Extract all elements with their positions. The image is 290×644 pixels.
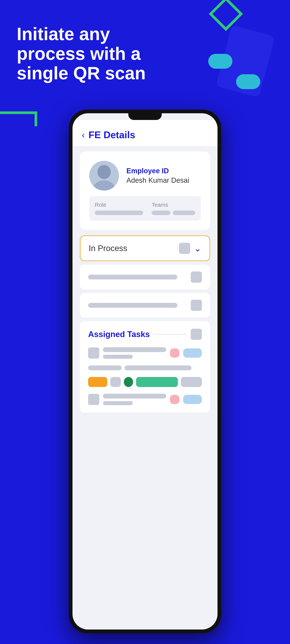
bubble-decoration-1	[208, 54, 232, 69]
page-title: FE Details	[89, 129, 135, 140]
bubble-decoration-2	[236, 74, 260, 89]
phone-notch	[128, 113, 162, 120]
task-badge-blue-1	[183, 348, 202, 358]
task-checkbox-2[interactable]	[88, 394, 99, 405]
task-sm-bar-1	[88, 366, 122, 370]
phone-screen: ‹ FE Details Employee ID Adesh Ku	[73, 113, 217, 630]
teams-section: Teams	[152, 202, 195, 215]
task-badge-blue-2	[183, 395, 202, 404]
task-checkbox-1[interactable]	[88, 348, 99, 358]
task-content-2	[103, 394, 166, 405]
list-bar-1	[88, 275, 177, 280]
task-sub-bar-1	[103, 355, 133, 359]
status-badge-teal	[136, 377, 178, 387]
status-dot-green	[124, 377, 133, 387]
tasks-title: Assigned Tasks	[88, 330, 150, 339]
phone-mockup: ‹ FE Details Employee ID Adesh Ku	[69, 110, 221, 633]
employee-name: Adesh Kumar Desai	[126, 176, 189, 184]
tasks-divider	[154, 334, 187, 334]
employee-card: Employee ID Adesh Kumar Desai Role Teams	[80, 152, 210, 230]
task-main-bar-2	[103, 394, 166, 398]
team-bar-1	[152, 210, 170, 215]
task-badge-pink-2	[170, 395, 179, 404]
svg-point-1	[97, 165, 111, 179]
tasks-header: Assigned Tasks	[88, 329, 202, 340]
avatar	[89, 161, 119, 190]
employee-id-label: Employee ID	[126, 167, 189, 175]
status-badge-gray	[110, 377, 121, 387]
list-item-1[interactable]	[80, 265, 210, 289]
app-header: ‹ FE Details	[73, 120, 217, 146]
task-badge-pink-1	[170, 348, 179, 358]
employee-details: Employee ID Adesh Kumar Desai	[126, 167, 189, 184]
task-lg-bar-1	[125, 366, 191, 370]
task-content-1	[103, 347, 166, 359]
list-item-2[interactable]	[80, 293, 210, 318]
list-icon-1	[191, 272, 202, 283]
status-indicator	[179, 243, 190, 254]
employee-meta: Role Teams	[89, 196, 201, 220]
in-process-dropdown[interactable]: In Process ⌄	[80, 236, 210, 261]
assigned-tasks-section: Assigned Tasks	[80, 321, 210, 412]
teams-bars	[152, 210, 195, 215]
corner-decoration	[0, 112, 37, 126]
task-row-1	[88, 347, 202, 359]
task-sub-bar-2	[103, 401, 133, 405]
task-color-row	[88, 377, 202, 387]
list-bar-2	[88, 303, 177, 308]
dropdown-right: ⌄	[179, 243, 201, 254]
task-row-3	[88, 394, 202, 405]
task-row-2	[88, 366, 202, 370]
in-process-label: In Process	[89, 244, 127, 253]
teams-label: Teams	[152, 202, 195, 208]
team-bar-2	[173, 210, 195, 215]
role-bar	[95, 210, 143, 215]
chevron-down-icon: ⌄	[194, 243, 201, 254]
status-badge-lgray	[181, 377, 202, 387]
back-button[interactable]: ‹	[82, 130, 85, 140]
app-content: ‹ FE Details Employee ID Adesh Ku	[73, 120, 217, 630]
list-icon-2	[191, 300, 202, 311]
role-label: Role	[95, 202, 143, 208]
status-badge-orange	[88, 377, 107, 387]
employee-info: Employee ID Adesh Kumar Desai	[89, 161, 201, 190]
role-section: Role	[95, 202, 143, 215]
page-headline: Initiate any process with a single QR sc…	[17, 24, 154, 83]
task-main-bar-1	[103, 347, 166, 352]
diamond-decoration	[209, 0, 243, 31]
tasks-action-icon[interactable]	[191, 329, 202, 340]
